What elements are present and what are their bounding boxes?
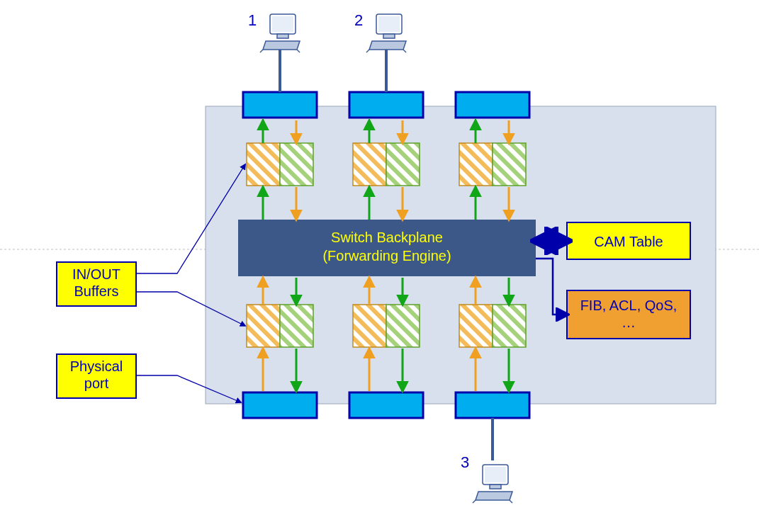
inout-line2: Buffers: [74, 283, 119, 299]
backplane-line2: (Forwarding Engine): [322, 248, 451, 264]
port-line1: Physical: [70, 358, 123, 374]
inout-line1: IN/OUT: [72, 266, 120, 282]
cam-table-label: CAM Table: [594, 234, 663, 249]
fib-acl-qos-box: FIB, ACL, QoS, …: [567, 290, 690, 339]
port-top-2: [349, 92, 423, 118]
cam-table-box: CAM Table: [567, 222, 690, 259]
backplane-line1: Switch Backplane: [331, 230, 443, 245]
port-top-1: [243, 92, 317, 118]
port-line2: port: [84, 375, 109, 391]
fib-line1: FIB, ACL, QoS,: [580, 298, 678, 313]
buffers-bottom-3: [459, 305, 526, 347]
computer-2-label: 2: [354, 11, 363, 29]
buffers-bottom-2: [353, 305, 420, 347]
computer-1-label: 1: [248, 11, 257, 29]
port-top-3: [456, 92, 529, 118]
buffers-top-3: [459, 143, 526, 186]
buffers-top-2: [353, 143, 420, 186]
computer-icon: [260, 14, 300, 52]
port-bottom-2: [349, 392, 423, 418]
port-bottom-1: [243, 392, 317, 418]
buffers-bottom-1: [247, 305, 313, 347]
computer-icon: [473, 465, 512, 503]
computer-icon: [366, 14, 406, 52]
physical-port-label: Physical port: [57, 354, 136, 398]
fib-line2: …: [622, 315, 636, 330]
switch-backplane: Switch Backplane (Forwarding Engine): [238, 220, 536, 276]
inout-buffers-label: IN/OUT Buffers: [57, 262, 136, 306]
port-bottom-3: [456, 392, 529, 418]
computer-3-label: 3: [461, 453, 469, 471]
buffers-top-1: [247, 143, 313, 186]
